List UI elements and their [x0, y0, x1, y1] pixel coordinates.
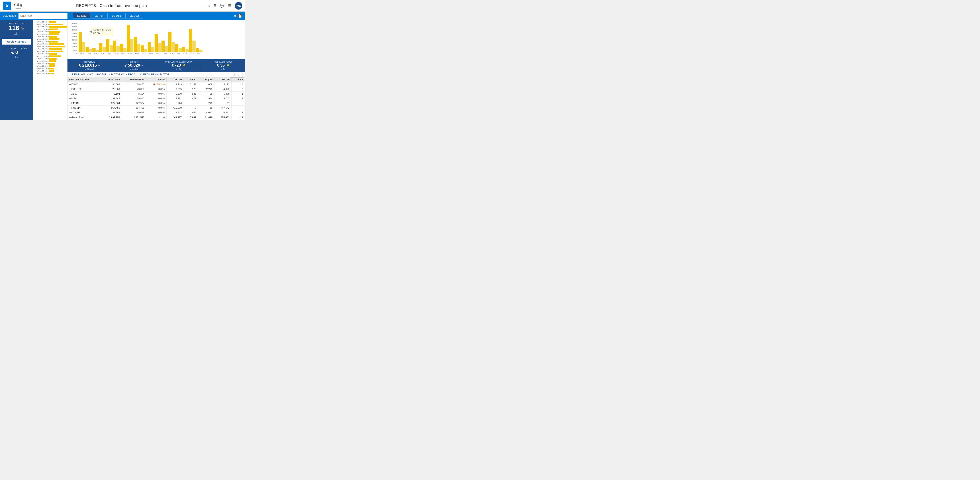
bar-review — [192, 41, 196, 52]
kpi-arrow-icon: ↗ — [182, 63, 185, 67]
week-row: Week 34-2020 — [35, 67, 66, 70]
save-disk-button[interactable]: 💾 — [238, 14, 242, 18]
row-oct — [231, 106, 245, 110]
week-bar-wrap — [49, 65, 66, 67]
table-container: > REV. PLAN> VAT> FACTOR> FACTOR CI> REV… — [67, 72, 245, 120]
row-oct: 10 — [231, 82, 245, 87]
bar-pair — [148, 42, 154, 52]
week-bar — [49, 60, 56, 62]
row-initial: 8.104 — [100, 92, 122, 96]
tab-le-us1[interactable]: LE US1 — [108, 13, 125, 19]
breadcrumb-item[interactable]: > REV. CI — [126, 73, 136, 76]
bar-review — [172, 42, 175, 52]
week-label: Week 47-2020 — [35, 36, 49, 38]
save-button[interactable]: Save — [230, 73, 243, 78]
week-label: Week 49-2020 — [35, 31, 49, 33]
week-bar — [49, 51, 63, 52]
bar-x-label: EUR — [170, 52, 173, 54]
menu-icon[interactable]: ☰ — [228, 3, 231, 8]
top-bar: b sdg group RECEIPTS - Cash in from reve… — [0, 0, 245, 11]
kpi-value: € 218.015 = — [79, 63, 100, 68]
week-bar — [49, 26, 67, 28]
row-initial: 94.666 — [100, 82, 122, 87]
avatar[interactable]: WE — [235, 2, 242, 10]
bar-review — [82, 42, 85, 52]
week-bar-wrap — [49, 53, 66, 55]
breadcrumb-item[interactable]: > FACTOR CI — [108, 73, 124, 76]
week-label: Week 51-2020 — [35, 26, 49, 28]
apply-changes-button[interactable]: Apply changes — [2, 39, 31, 45]
week-bar — [49, 73, 54, 75]
row-jun: 5.922 — [167, 110, 184, 115]
week-bar-wrap — [49, 31, 66, 33]
week-row: Week 45-2020 — [35, 41, 66, 43]
row-jun: 415.970 — [167, 106, 184, 110]
week-bar — [49, 31, 60, 33]
bar-pair — [189, 29, 196, 52]
bar-x-label: EUR — [80, 52, 84, 54]
week-label: Week 52-2020 — [35, 23, 49, 25]
y-axis-label: 0 — [76, 52, 77, 54]
bar-plan — [106, 39, 109, 52]
tab-le-hun[interactable]: LE Hun — [90, 13, 108, 19]
breadcrumb-item[interactable]: > FACTOR — [95, 73, 107, 76]
row-jul: 533 — [183, 92, 198, 96]
breadcrumb-item[interactable]: > REV. PLAN — [70, 73, 84, 76]
row-jul: 2.922 — [183, 110, 198, 115]
table-header-cell: Review Plan — [122, 77, 146, 82]
row-sep: 1.370 — [214, 92, 231, 96]
bar-plan — [161, 41, 165, 52]
row-oct — [231, 101, 245, 106]
refresh-button[interactable]: ↻ — [233, 14, 236, 18]
week-label: Week 48-2020 — [35, 33, 49, 35]
chart-bar-group: USD — [141, 45, 147, 54]
minimize-icon[interactable]: — — [200, 4, 204, 8]
app-logo[interactable]: b — [3, 2, 11, 10]
kpi-amount: € 50.820 — [124, 63, 140, 68]
kpi-eq-icon: = — [98, 64, 100, 67]
breadcrumb: > REV. PLAN> VAT> FACTOR> FACTOR CI> REV… — [67, 72, 245, 77]
row-jun: 449.287 — [167, 115, 184, 120]
grid-icon[interactable]: ☷ — [213, 3, 216, 8]
breadcrumb-item[interactable]: > VAT — [86, 73, 93, 76]
save-area: Save — [230, 73, 243, 78]
row-oct: 1 — [231, 92, 245, 96]
bar-pair — [134, 37, 140, 52]
table-header-cell: Sep.20 — [214, 77, 231, 82]
row-jun: 126 — [167, 101, 184, 106]
bar-review — [165, 46, 168, 52]
bar-x-label: USD — [142, 52, 146, 54]
tab-le-italy[interactable]: LE Italy — [73, 13, 90, 19]
tab-le-us2[interactable]: LE US2 — [126, 13, 143, 19]
week-bar-wrap — [49, 21, 66, 23]
row-aug: 2.934 — [198, 96, 215, 101]
week-label: Week 39-2020 — [35, 55, 49, 57]
chart-bar-group: USD — [86, 47, 92, 54]
table-row: + ITALY 94.666 58.487 -38,2 % 13.443 3.1… — [67, 82, 245, 87]
week-label: Week 35-2020 — [35, 65, 49, 67]
sub-bar-actions: ↻ 💾 — [233, 14, 242, 18]
factoring-eq-icon: = — [19, 50, 22, 55]
y-axis-label: 5.000 — [73, 49, 77, 51]
row-label: + ASIA — [67, 92, 100, 96]
week-bar-wrap — [49, 73, 66, 75]
y-axis-label: 30.000 — [72, 32, 77, 34]
home-icon[interactable]: ⌂ — [208, 4, 210, 8]
le-tabs: LE Italy LE Hun LE US1 LE US2 — [73, 13, 143, 19]
week-bar-wrap — [49, 48, 66, 50]
week-bar — [49, 56, 61, 57]
bar-pair — [92, 48, 99, 52]
row-aug: 11.890 — [198, 115, 215, 120]
kpi-amount: € 218.015 — [79, 63, 97, 68]
row-sep: 5.193 — [214, 82, 231, 87]
chat-icon[interactable]: 💬 — [220, 3, 224, 8]
data-type-input[interactable] — [19, 13, 67, 19]
column-chart-area: 45.00040.00035.00030.00025.00020.00015.0… — [67, 20, 245, 59]
week-label: Week 45-2020 — [35, 41, 49, 43]
breadcrumb-item[interactable]: > CI FROM REV. & FACTOR — [138, 73, 170, 76]
chart-bar-group: EUR — [169, 32, 175, 54]
table-header-cell: Jul.20 — [183, 77, 198, 82]
bar-plan — [154, 34, 158, 52]
kpi-value: € 50.820 = — [124, 63, 143, 68]
bar-pair — [182, 47, 189, 52]
